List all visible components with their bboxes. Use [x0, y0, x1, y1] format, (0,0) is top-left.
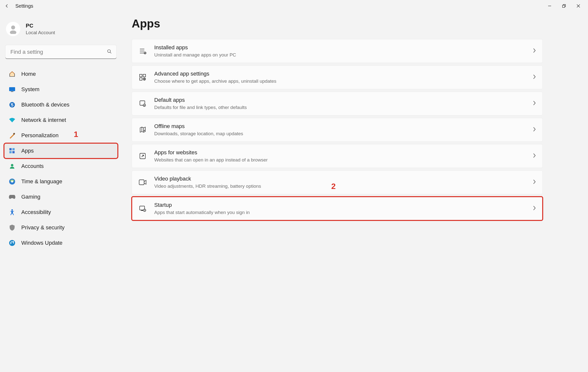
card-video[interactable]: Video playbackVideo adjustments, HDR str… — [132, 170, 543, 194]
svg-point-17 — [11, 164, 13, 166]
sidebar-item-system[interactable]: System — [4, 82, 117, 97]
svg-point-6 — [10, 30, 16, 34]
gaming-icon — [8, 193, 16, 201]
close-button[interactable] — [573, 2, 584, 10]
sidebar-item-apps[interactable]: Apps — [4, 144, 117, 158]
card-title: Offline maps — [154, 123, 529, 130]
back-button[interactable] — [2, 1, 12, 11]
time-icon — [8, 178, 16, 185]
default-apps-icon — [138, 99, 147, 108]
minimize-button[interactable] — [544, 2, 555, 10]
sidebar-item-label: Accessibility — [21, 209, 51, 215]
card-offline[interactable]: Offline mapsDownloads, storage location,… — [132, 118, 543, 142]
back-arrow-icon — [5, 4, 9, 8]
sidebar-item-label: Privacy & security — [21, 224, 65, 231]
sidebar-item-accounts[interactable]: Accounts — [4, 159, 117, 173]
cards-list: Installed appsUninstall and manage apps … — [132, 39, 543, 220]
sidebar-item-label: Personalization — [21, 132, 58, 139]
chevron-right-icon — [533, 74, 536, 80]
window-title: Settings — [15, 3, 33, 9]
svg-point-5 — [11, 26, 15, 29]
sidebar-item-privacy[interactable]: Privacy & security — [4, 220, 117, 235]
sidebar-item-label: Gaming — [21, 194, 40, 200]
svg-point-19 — [11, 181, 13, 183]
card-text: Video playbackVideo adjustments, HDR str… — [154, 176, 529, 189]
svg-point-11 — [9, 102, 15, 107]
maximize-button[interactable] — [558, 2, 570, 10]
svg-point-20 — [11, 209, 13, 211]
account-block[interactable]: PC Local Account — [6, 22, 116, 36]
card-websites[interactable]: Apps for websitesWebsites that can open … — [132, 144, 543, 168]
apps-for-websites-icon — [138, 152, 147, 160]
nav: HomeSystemBluetooth & devicesNetwork & i… — [4, 67, 117, 250]
card-desc: Apps that start automatically when you s… — [154, 210, 529, 215]
startup-icon — [138, 204, 147, 213]
system-icon — [8, 86, 16, 93]
chevron-right-icon — [533, 205, 536, 212]
sidebar-item-bluetooth[interactable]: Bluetooth & devices — [4, 98, 117, 112]
sidebar-item-update[interactable]: Windows Update — [4, 236, 117, 250]
accessibility-icon — [8, 209, 16, 216]
accounts-icon — [8, 162, 16, 170]
card-desc: Downloads, storage location, map updates — [154, 131, 529, 136]
sidebar-item-home[interactable]: Home — [4, 67, 117, 81]
card-title: Default apps — [154, 97, 529, 103]
card-desc: Defaults for file and link types, other … — [154, 105, 529, 110]
maximize-icon — [562, 4, 566, 8]
card-startup[interactable]: StartupApps that start automatically whe… — [132, 197, 543, 220]
bluetooth-icon — [8, 101, 16, 108]
card-advanced[interactable]: Advanced app settingsChoose where to get… — [132, 65, 543, 89]
sidebar-item-network[interactable]: Network & internet — [4, 113, 117, 127]
apps-icon — [8, 147, 16, 155]
sidebar-item-time[interactable]: Time & language — [4, 174, 117, 189]
privacy-icon — [8, 224, 16, 231]
sidebar-item-personalization[interactable]: Personalization — [4, 128, 117, 143]
svg-rect-13 — [9, 148, 12, 150]
offline-maps-icon — [138, 126, 147, 134]
card-default[interactable]: Default appsDefaults for file and link t… — [132, 92, 543, 115]
search-input[interactable] — [5, 45, 116, 59]
avatar — [6, 22, 20, 36]
svg-rect-27 — [143, 74, 146, 77]
card-desc: Video adjustments, HDR streaming, batter… — [154, 184, 529, 189]
title-bar: Settings — [0, 0, 588, 12]
account-name: PC — [26, 23, 55, 29]
personalization-icon — [8, 132, 16, 139]
sidebar-item-label: Home — [21, 71, 36, 77]
installed-apps-icon — [138, 47, 147, 55]
account-subtitle: Local Account — [26, 30, 55, 35]
network-icon — [8, 116, 16, 124]
card-title: Apps for websites — [154, 149, 529, 156]
window-controls — [544, 2, 586, 10]
sidebar-item-gaming[interactable]: Gaming — [4, 190, 117, 204]
svg-rect-28 — [140, 78, 142, 80]
main: Apps Installed appsUninstall and manage … — [122, 12, 588, 250]
home-icon — [8, 70, 16, 78]
card-text: Advanced app settingsChoose where to get… — [154, 71, 529, 84]
annotation-1: 1 — [74, 130, 78, 139]
search-container — [5, 45, 116, 59]
card-desc: Choose where to get apps, archive apps, … — [154, 79, 529, 84]
sidebar-item-label: System — [21, 86, 39, 93]
svg-rect-16 — [12, 151, 15, 153]
chevron-right-icon — [533, 127, 536, 133]
sidebar: PC Local Account HomeSystemBluetooth & d… — [0, 12, 122, 250]
update-icon — [8, 239, 16, 247]
card-title: Video playback — [154, 176, 529, 182]
card-desc: Uninstall and manage apps on your PC — [154, 52, 529, 58]
svg-rect-15 — [9, 151, 12, 153]
svg-rect-14 — [12, 148, 15, 150]
card-text: Apps for websitesWebsites that can open … — [154, 149, 529, 163]
close-icon — [577, 4, 580, 8]
sidebar-item-label: Time & language — [21, 178, 62, 185]
sidebar-item-label: Apps — [21, 148, 34, 154]
sidebar-item-accessibility[interactable]: Accessibility — [4, 205, 117, 219]
annotation-2: 2 — [331, 182, 336, 191]
svg-rect-33 — [139, 180, 144, 185]
svg-rect-35 — [141, 210, 143, 211]
svg-point-21 — [9, 240, 15, 246]
card-text: Default appsDefaults for file and link t… — [154, 97, 529, 110]
card-title: Startup — [154, 202, 529, 208]
card-installed[interactable]: Installed appsUninstall and manage apps … — [132, 39, 543, 63]
svg-rect-9 — [9, 87, 15, 91]
